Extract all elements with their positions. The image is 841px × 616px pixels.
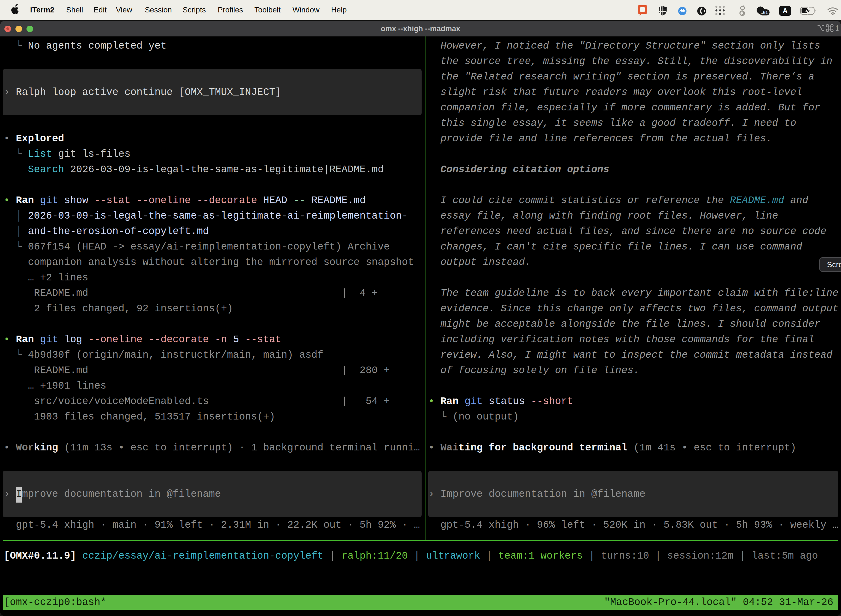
svg-text:..61: ..61 — [761, 10, 768, 15]
